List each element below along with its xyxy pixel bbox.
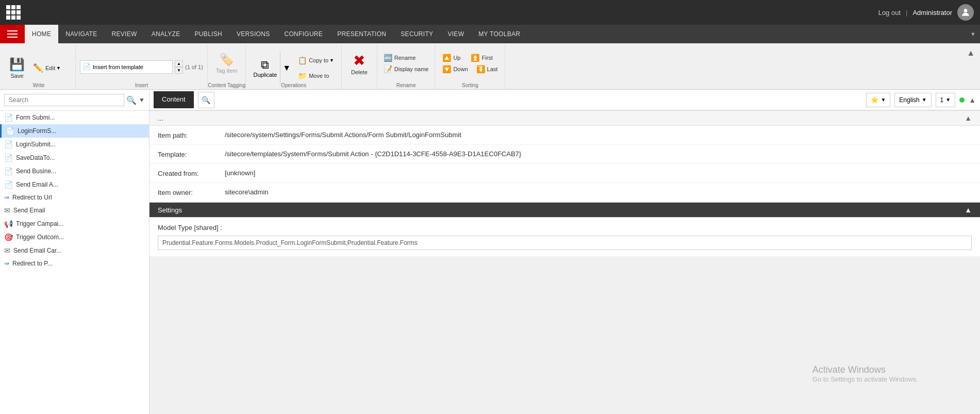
edit-button[interactable]: ✏️ Edit ▼: [30, 60, 71, 76]
search-input[interactable]: [4, 94, 124, 106]
ribbon-group-delete: ✖ Delete: [342, 45, 377, 89]
down-button[interactable]: 🔽 Down ⏬ Last: [439, 64, 501, 74]
sidebar-item-label-4: SaveDataTo...: [16, 154, 55, 161]
info-section-title: ...: [158, 114, 163, 122]
sidebar-item-send-email-a[interactable]: 📄 Send Email A...: [0, 178, 149, 191]
sidebar-item-form-submit[interactable]: 📄 Form Submi...: [0, 111, 149, 124]
hamburger-menu[interactable]: [0, 25, 25, 43]
doc-icon-4: 📄: [4, 154, 13, 162]
up-arrow-icon: 🔼: [442, 54, 451, 62]
copy-to-button[interactable]: 📋 Copy to ▼: [295, 53, 337, 68]
save-icon: 💾: [9, 57, 25, 72]
tab-content[interactable]: Content: [154, 91, 194, 108]
rename-buttons: 🔤 Rename 📝 Display name: [381, 46, 431, 80]
sidebar-item-redirect-url[interactable]: ⇒ Redirect to Url: [0, 191, 149, 204]
duplicate-main[interactable]: ⧉ Duplicate: [250, 51, 280, 85]
doc-icon-3: 📄: [4, 140, 13, 148]
doc-icon-2: 📄: [6, 127, 14, 135]
write-group-label: Write: [32, 82, 44, 88]
down-label: Down: [453, 66, 468, 72]
menu-item-review[interactable]: REVIEW: [105, 25, 144, 43]
sidebar-item-login-submit[interactable]: 📄 LoginSubmit...: [0, 138, 149, 151]
tag-item-button[interactable]: 🏷️ Tag item: [212, 46, 242, 80]
up-label: Up: [453, 55, 460, 61]
insert-up-arrow[interactable]: ▲: [175, 60, 183, 67]
sidebar-item-label-8: Send Email: [13, 207, 45, 214]
sidebar-item-send-email[interactable]: ✉ Send Email: [0, 204, 149, 217]
sidebar-item-login-forms[interactable]: 📄 LoginFormS...: [0, 124, 149, 138]
menu-item-versions[interactable]: VERSIONS: [229, 25, 277, 43]
first-label: First: [481, 55, 492, 61]
delete-button[interactable]: ✖ Delete: [346, 46, 373, 80]
display-name-button[interactable]: 📝 Display name: [381, 64, 431, 74]
info-section-toggle[interactable]: ▲: [965, 114, 972, 122]
insert-group-label: Insert: [135, 82, 148, 88]
version-chevron: ▼: [945, 97, 951, 103]
save-button[interactable]: 💾 Save: [6, 51, 28, 85]
content-collapse-button[interactable]: ▲: [969, 96, 976, 104]
sidebar-item-redirect-p[interactable]: ⇒ Redirect to P...: [0, 257, 149, 270]
item-owner-label: Item owner:: [158, 188, 225, 196]
template-label: Template:: [158, 150, 225, 158]
menu-item-navigate[interactable]: NAVIGATE: [58, 25, 104, 43]
admin-name: Administrator: [912, 9, 952, 16]
sidebar-item-send-business[interactable]: 📄 Send Busine...: [0, 164, 149, 178]
insert-counter: (1 of 1): [185, 64, 203, 70]
settings-section-toggle[interactable]: ▲: [965, 206, 972, 214]
menu-item-presentation[interactable]: PRESENTATION: [330, 25, 393, 43]
sidebar-item-label-11: Send Email Car...: [13, 247, 61, 254]
sidebar-item-save-data[interactable]: 📄 SaveDataTo...: [0, 151, 149, 164]
rename-icon: 🔤: [384, 54, 392, 62]
language-dropdown[interactable]: English ▼: [894, 93, 931, 107]
created-from-label: Created from:: [158, 169, 225, 177]
version-dropdown[interactable]: 1 ▼: [936, 93, 956, 107]
duplicate-icon: ⧉: [261, 58, 269, 72]
template-value: /sitecore/templates/System/Forms/Submit …: [225, 150, 972, 158]
up-button[interactable]: 🔼 Up ⏫ First: [439, 53, 501, 63]
down-arrow-icon: 🔽: [442, 65, 451, 73]
rename-group-label: Rename: [396, 82, 416, 88]
duplicate-button[interactable]: ⧉ Duplicate ▼: [250, 51, 293, 85]
doc-icon-6: 📄: [4, 180, 13, 189]
operations-label: Operations: [281, 82, 306, 88]
model-type-input[interactable]: [158, 236, 972, 250]
fields-container: Item path: /sitecore/system/Settings/For…: [150, 126, 980, 202]
app-grid-icon[interactable]: [6, 5, 21, 20]
item-owner-value: sitecore\admin: [225, 188, 972, 196]
duplicate-arrow[interactable]: ▼: [280, 51, 293, 85]
ribbon-collapse-button[interactable]: ▲: [964, 47, 978, 59]
rename-button[interactable]: 🔤 Rename: [381, 53, 431, 63]
insert-arrows[interactable]: ▲ ▼: [175, 60, 183, 74]
top-bar-left: [6, 5, 21, 20]
sidebar-item-label-5: Send Busine...: [16, 168, 56, 175]
menu-item-security[interactable]: SECURITY: [393, 25, 440, 43]
copy-move-group: 📋 Copy to ▼ 📁 Move to: [295, 51, 337, 85]
model-type-label: Model Type [shared] :: [158, 224, 972, 231]
sidebar-item-trigger-outcome[interactable]: 🎯 Trigger Outcom...: [0, 230, 149, 244]
sidebar-item-trigger-campaign[interactable]: 📢 Trigger Campai...: [0, 217, 149, 230]
search-dropdown-button[interactable]: ▼: [139, 96, 145, 104]
main-layout: 🔍 ▼ 📄 Form Submi... 📄 LoginFormS... 📄 Lo…: [0, 90, 980, 414]
search-button[interactable]: 🔍: [126, 95, 137, 105]
top-bar-right: Log out | Administrator: [878, 4, 974, 21]
tab-search-button[interactable]: 🔍: [198, 92, 214, 108]
move-to-button[interactable]: 📁 Move to: [295, 69, 337, 83]
menu-item-mytoolbar[interactable]: MY TOOLBAR: [471, 25, 527, 43]
field-row-template: Template: /sitecore/templates/System/For…: [150, 145, 980, 164]
created-from-value: [unknown]: [225, 169, 972, 177]
sidebar-list: 📄 Form Submi... 📄 LoginFormS... 📄 LoginS…: [0, 111, 149, 414]
sorting-buttons: 🔼 Up ⏫ First 🔽 Down ⏬ Last: [439, 46, 501, 80]
insert-template-box[interactable]: 📄 Insert from template: [80, 60, 173, 74]
logout-link[interactable]: Log out: [878, 9, 901, 16]
edit-label: Edit: [45, 65, 55, 71]
insert-down-arrow[interactable]: ▼: [175, 67, 183, 74]
email-icon-1: ✉: [4, 206, 10, 214]
menu-item-configure[interactable]: CONFIGURE: [277, 25, 330, 43]
duplicate-label: Duplicate: [253, 72, 277, 78]
menu-item-view[interactable]: VIEW: [440, 25, 471, 43]
sidebar-item-send-email-car[interactable]: ✉ Send Email Car...: [0, 244, 149, 257]
menu-item-publish[interactable]: PUBLISH: [188, 25, 229, 43]
menu-item-analyze[interactable]: ANALYZE: [144, 25, 188, 43]
star-dropdown[interactable]: ⭐ ▼: [866, 93, 890, 107]
menu-item-home[interactable]: HOME: [25, 25, 58, 43]
